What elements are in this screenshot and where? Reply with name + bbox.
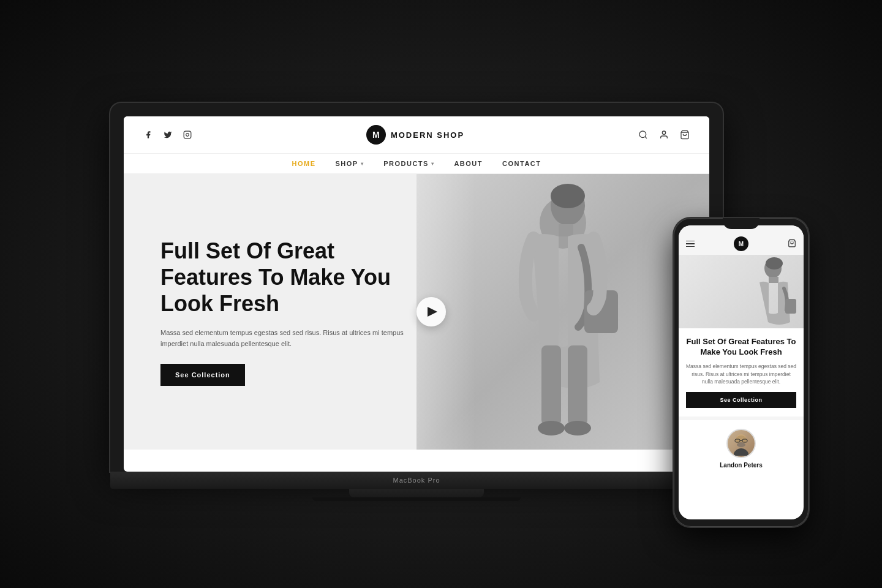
phone-hero-image (679, 255, 804, 328)
scene: M MODERN SHOP (0, 0, 882, 588)
svg-point-8 (551, 184, 585, 208)
brand-name: MODERN SHOP (391, 130, 464, 140)
nav-about[interactable]: ABOUT (454, 160, 483, 167)
svg-rect-11 (541, 345, 561, 425)
website-header: M MODERN SHOP (124, 116, 709, 154)
hero-content: Full Set Of Great Features To Make You L… (124, 213, 446, 411)
instagram-icon[interactable] (181, 129, 194, 141)
shop-chevron: ▾ (361, 161, 364, 167)
search-icon[interactable] (637, 129, 649, 141)
svg-line-3 (645, 137, 647, 138)
svg-rect-0 (184, 131, 191, 138)
phone-bezel: M (674, 218, 809, 527)
phone-hero-person (748, 255, 797, 328)
laptop-bezel: M MODERN SHOP (110, 103, 723, 472)
phone-hero-title: Full Set Of Great Features To Make You L… (686, 337, 796, 358)
phone-brand-logo: M (734, 236, 748, 251)
social-icons (142, 129, 194, 141)
products-chevron: ▾ (431, 161, 435, 167)
phone-avatar (726, 429, 756, 458)
brand: M MODERN SHOP (366, 125, 464, 145)
svg-point-13 (538, 421, 565, 435)
laptop: M MODERN SHOP (110, 103, 723, 501)
play-triangle-icon (428, 307, 437, 317)
hero-title: Full Set Of Great Features To Make You L… (160, 238, 409, 317)
phone-profile: Landon Peters (679, 417, 804, 477)
play-button[interactable] (417, 297, 446, 326)
cart-icon[interactable] (679, 129, 691, 141)
see-collection-button[interactable]: See Collection (160, 364, 245, 386)
phone-description: Massa sed elementum tempus egestas sed s… (686, 363, 796, 386)
hero-section: Full Set Of Great Features To Make You L… (124, 174, 709, 450)
account-icon[interactable] (658, 129, 670, 141)
laptop-base (110, 472, 723, 489)
laptop-stand (349, 489, 484, 497)
laptop-screen: M MODERN SHOP (124, 116, 709, 472)
svg-rect-12 (568, 345, 587, 425)
nav-shop[interactable]: SHOP ▾ (336, 160, 364, 167)
phone-menu-icon[interactable] (686, 241, 695, 247)
svg-rect-19 (785, 299, 796, 314)
phone-see-collection-button[interactable]: See Collection (686, 392, 796, 408)
svg-point-25 (737, 442, 745, 447)
svg-rect-9 (559, 224, 573, 236)
phone-screen: M (679, 225, 804, 519)
phone-notch (723, 218, 760, 229)
svg-point-4 (662, 131, 665, 134)
brand-logo: M (366, 125, 386, 145)
website-nav: HOME SHOP ▾ PRODUCTS ▾ ABOUT CONTACT (124, 154, 709, 174)
svg-point-14 (564, 421, 591, 435)
nav-products[interactable]: PRODUCTS ▾ (383, 160, 434, 167)
header-actions (637, 129, 691, 141)
phone-content: Full Set Of Great Features To Make You L… (679, 328, 804, 417)
laptop-foot (312, 497, 521, 501)
svg-rect-18 (769, 277, 778, 283)
hero-description: Massa sed elementum tempus egestas sed s… (160, 328, 405, 349)
nav-home[interactable]: HOME (292, 160, 316, 167)
nav-contact[interactable]: CONTACT (502, 160, 541, 167)
phone: M (674, 218, 809, 527)
facebook-icon[interactable] (142, 129, 154, 141)
phone-cart-icon[interactable] (788, 239, 796, 249)
phone-profile-name: Landon Peters (720, 462, 762, 469)
svg-point-17 (766, 257, 783, 270)
phone-status-bar: M (679, 225, 804, 255)
svg-point-2 (639, 131, 646, 138)
twitter-icon[interactable] (162, 129, 174, 141)
